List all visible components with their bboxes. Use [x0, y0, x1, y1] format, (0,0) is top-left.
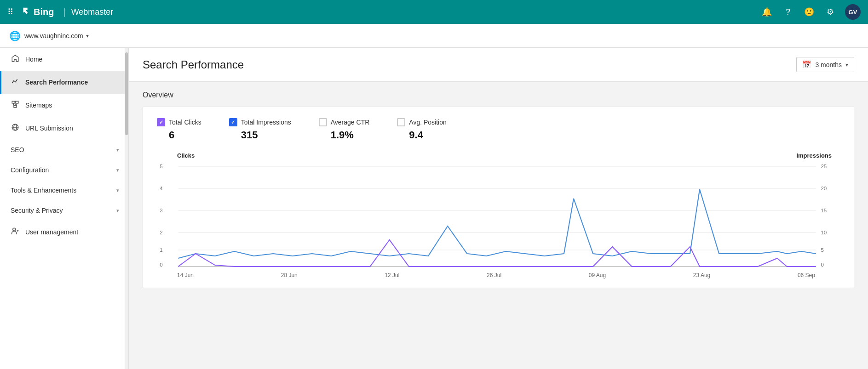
calendar-icon: 📅 [802, 60, 811, 69]
settings-icon[interactable]: ⚙ [824, 6, 837, 18]
sidebar-item-configuration[interactable]: Configuration ▾ [0, 160, 128, 180]
svg-rect-2 [14, 105, 17, 108]
svg-text:4: 4 [160, 186, 162, 191]
total-impressions-checkbox[interactable]: ✓ [229, 118, 237, 126]
sidebar-item-label: Home [25, 56, 119, 63]
svg-rect-0 [12, 101, 15, 103]
sidebar-item-label: Security & Privacy [11, 207, 116, 214]
content-header: Search Performance 📅 3 months ▾ [129, 48, 868, 82]
svg-text:3: 3 [160, 208, 162, 213]
sidebar-item-label: User management [25, 228, 119, 236]
sidebar-item-search-performance[interactable]: Search Performance [0, 71, 128, 94]
search-performance-icon [11, 77, 20, 87]
x-label-14jun: 14 Jun [177, 272, 194, 278]
stats-card: ✓ Total Clicks 6 ✓ Total Impressions [143, 107, 854, 288]
chart-svg-wrapper: 5 4 3 2 1 0 25 20 15 10 5 0 [157, 162, 835, 272]
chart-right-label: Impressions [796, 152, 835, 159]
total-impressions-value: 315 [229, 129, 291, 141]
svg-text:10: 10 [821, 230, 827, 235]
chart-svg: 5 4 3 2 1 0 25 20 15 10 5 0 [157, 162, 835, 272]
svg-text:25: 25 [821, 164, 827, 169]
average-ctr-value: 1.9% [319, 129, 370, 141]
sidebar-item-seo[interactable]: SEO ▾ [0, 140, 128, 160]
x-label-06sep: 06 Sep [798, 272, 815, 278]
date-filter-label: 3 months [815, 61, 842, 68]
chevron-down-icon: ▾ [116, 147, 119, 153]
sidebar-item-label: Search Performance [25, 79, 119, 86]
sidebar-item-label: Tools & Enhancements [11, 187, 116, 194]
metrics-row: ✓ Total Clicks 6 ✓ Total Impressions [157, 118, 840, 141]
sidebar-item-home[interactable]: Home [0, 48, 128, 71]
help-icon[interactable]: ? [782, 6, 794, 18]
svg-point-9 [13, 228, 16, 231]
content-body: Overview ✓ Total Clicks 6 [129, 82, 868, 297]
sidebar-item-tools-enhancements[interactable]: Tools & Enhancements ▾ [0, 180, 128, 200]
topbar: ⠿ Bing | Webmaster 🔔 ? 🙂 ⚙ GV [0, 0, 868, 24]
site-url: www.vaughninc.com [24, 32, 83, 40]
topbar-logo: Bing [21, 7, 54, 17]
x-label-26jul: 26 Jul [487, 272, 501, 278]
metric-total-impressions: ✓ Total Impressions 315 [229, 118, 291, 141]
sidebar-scrollbar[interactable] [125, 48, 128, 369]
user-avatar[interactable]: GV [845, 4, 861, 20]
topbar-app-name: Webmaster [71, 7, 114, 17]
user-management-icon [11, 227, 20, 237]
page-title: Search Performance [143, 58, 796, 71]
total-clicks-checkbox[interactable]: ✓ [157, 118, 165, 126]
total-clicks-value: 6 [157, 129, 201, 141]
site-dropdown-chevron[interactable]: ▾ [86, 33, 89, 39]
content-area: Search Performance 📅 3 months ▾ Overview… [129, 48, 868, 369]
chart-left-label: Clicks [157, 152, 195, 159]
svg-rect-1 [16, 101, 18, 103]
svg-text:15: 15 [821, 208, 827, 213]
svg-text:20: 20 [821, 186, 827, 191]
average-ctr-label: Average CTR [331, 119, 370, 126]
average-ctr-checkbox[interactable] [319, 118, 327, 126]
avg-position-checkbox[interactable] [397, 118, 405, 126]
svg-text:0: 0 [160, 262, 162, 267]
grid-icon[interactable]: ⠿ [7, 7, 13, 17]
sidebar-item-label: Configuration [11, 166, 116, 174]
chevron-down-icon: ▾ [116, 187, 119, 193]
sidebar: Home Search Performance Sitemaps [0, 48, 129, 369]
x-label-12jul: 12 Jul [385, 272, 399, 278]
date-filter-button[interactable]: 📅 3 months ▾ [796, 57, 854, 72]
topbar-divider: | [63, 7, 65, 17]
feedback-icon[interactable]: 🙂 [803, 6, 816, 18]
total-impressions-label: Total Impressions [241, 119, 291, 126]
svg-text:0: 0 [821, 262, 823, 267]
svg-text:1: 1 [160, 247, 162, 253]
sidebar-item-user-management[interactable]: User management [0, 221, 128, 244]
url-submission-icon [11, 123, 20, 133]
sidebar-item-label: URL Submission [25, 125, 119, 132]
sidebar-item-security-privacy[interactable]: Security & Privacy ▾ [0, 200, 128, 221]
sidebar-item-label: Sitemaps [25, 102, 119, 109]
main-layout: Home Search Performance Sitemaps [0, 48, 868, 369]
home-icon [11, 54, 20, 64]
x-label-23aug: 23 Aug [693, 272, 710, 278]
metric-avg-position: Avg. Position 9.4 [397, 118, 446, 141]
date-filter-chevron-icon: ▾ [845, 62, 848, 68]
logo-bing-text: Bing [34, 7, 54, 17]
sidebar-item-label: SEO [11, 146, 116, 153]
chevron-down-icon: ▾ [116, 167, 119, 173]
sidebar-item-sitemaps[interactable]: Sitemaps [0, 94, 128, 117]
chart-container: Clicks Impressions 5 4 3 2 1 0 [157, 152, 840, 288]
chevron-down-icon: ▾ [116, 208, 119, 214]
sitebar: 🌐 www.vaughninc.com ▾ [0, 24, 868, 48]
total-clicks-label: Total Clicks [169, 119, 201, 126]
svg-text:2: 2 [160, 230, 162, 235]
avg-position-value: 9.4 [397, 129, 446, 141]
topbar-actions: 🔔 ? 🙂 ⚙ GV [760, 4, 861, 20]
overview-label: Overview [143, 91, 854, 99]
svg-text:5: 5 [160, 164, 162, 169]
avg-position-label: Avg. Position [409, 119, 446, 126]
globe-icon: 🌐 [9, 30, 21, 41]
notification-icon[interactable]: 🔔 [760, 6, 773, 18]
sidebar-item-url-submission[interactable]: URL Submission [0, 117, 128, 140]
metric-average-ctr: Average CTR 1.9% [319, 118, 370, 141]
x-label-28jun: 28 Jun [281, 272, 298, 278]
sitemaps-icon [11, 100, 20, 110]
svg-text:5: 5 [821, 247, 823, 253]
blue-line [178, 189, 816, 258]
